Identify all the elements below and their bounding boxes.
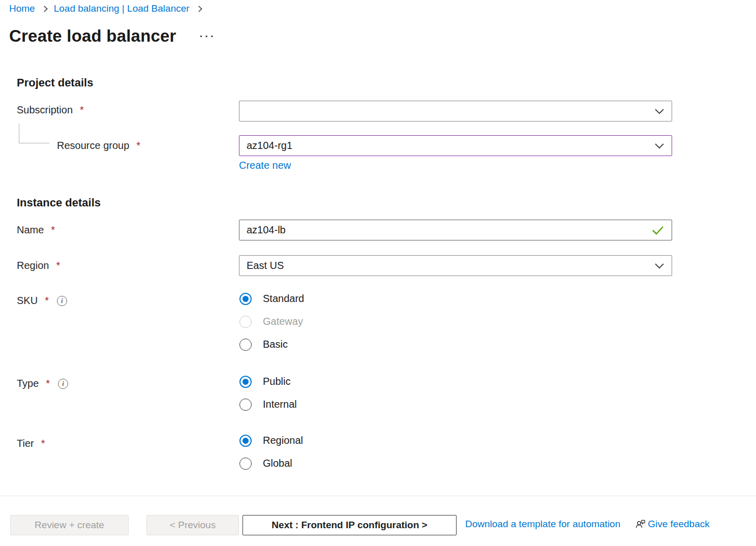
region-select[interactable]: East US bbox=[239, 255, 672, 276]
tier-radio-group: Regional Global bbox=[239, 429, 303, 475]
subscription-label: Subscription* bbox=[17, 104, 84, 116]
tier-radio-regional[interactable]: Regional bbox=[239, 429, 303, 452]
previous-button[interactable]: < Previous bbox=[146, 515, 239, 535]
give-feedback-icon bbox=[634, 518, 647, 530]
required-asterisk: * bbox=[45, 295, 49, 307]
tier-radio-global[interactable]: Global bbox=[239, 452, 303, 475]
radio-button-icon bbox=[239, 316, 252, 328]
required-asterisk: * bbox=[80, 104, 84, 116]
radio-label: Regional bbox=[263, 435, 303, 446]
type-radio-internal[interactable]: Internal bbox=[239, 393, 297, 416]
type-radio-public[interactable]: Public bbox=[239, 370, 297, 393]
radio-label: Global bbox=[263, 458, 292, 469]
radio-label: Gateway bbox=[263, 316, 303, 327]
radio-label: Public bbox=[263, 376, 290, 387]
subscription-resource-group-connector bbox=[19, 124, 49, 143]
chevron-right-icon bbox=[41, 6, 48, 12]
breadcrumb: Home Load balancing | Load Balancer bbox=[9, 3, 203, 14]
page-title: Create load balancer bbox=[9, 26, 176, 46]
sku-radio-standard[interactable]: Standard bbox=[239, 287, 304, 310]
radio-label: Basic bbox=[263, 339, 288, 350]
breadcrumb-load-balancing[interactable]: Load balancing | Load Balancer bbox=[54, 3, 190, 14]
resource-group-value: az104-rg1 bbox=[247, 140, 649, 151]
download-template-link[interactable]: Download a template for automation bbox=[465, 519, 620, 530]
chevron-right-icon bbox=[196, 6, 202, 12]
name-value: az104-lb bbox=[247, 224, 646, 236]
resource-group-select[interactable]: az104-rg1 bbox=[239, 135, 672, 156]
tier-label: Tier* bbox=[17, 438, 45, 449]
region-label: Region* bbox=[17, 260, 60, 271]
required-asterisk: * bbox=[51, 224, 55, 236]
valid-check-icon bbox=[651, 225, 664, 235]
resource-group-label: Resource group* bbox=[57, 140, 140, 151]
project-details-heading: Project details bbox=[17, 76, 93, 89]
required-asterisk: * bbox=[46, 378, 50, 389]
chevron-down-icon bbox=[654, 143, 664, 149]
footer-divider bbox=[0, 496, 756, 496]
required-asterisk: * bbox=[56, 260, 60, 271]
radio-label: Standard bbox=[263, 293, 304, 305]
give-feedback-link[interactable]: Give feedback bbox=[648, 519, 709, 530]
create-load-balancer-page: Home Load balancing | Load Balancer Crea… bbox=[0, 0, 756, 546]
radio-button-icon bbox=[239, 339, 252, 351]
more-options-icon[interactable]: ··· bbox=[199, 28, 217, 44]
radio-label: Internal bbox=[263, 399, 297, 410]
type-radio-group: Public Internal bbox=[239, 370, 297, 416]
radio-button-icon bbox=[239, 435, 252, 447]
type-label: Type* i bbox=[17, 378, 68, 389]
radio-button-icon bbox=[239, 376, 252, 388]
sku-radio-group: Standard Gateway Basic bbox=[239, 287, 304, 356]
radio-button-icon bbox=[239, 458, 252, 470]
review-create-button[interactable]: Review + create bbox=[10, 515, 129, 535]
chevron-down-icon bbox=[654, 263, 664, 269]
name-label: Name* bbox=[17, 224, 55, 236]
create-new-link[interactable]: Create new bbox=[239, 160, 291, 171]
sku-radio-basic[interactable]: Basic bbox=[239, 333, 304, 356]
subscription-select[interactable] bbox=[239, 101, 672, 122]
info-icon[interactable]: i bbox=[58, 379, 68, 389]
radio-button-icon bbox=[239, 293, 252, 305]
instance-details-heading: Instance details bbox=[17, 196, 101, 209]
region-value: East US bbox=[247, 260, 649, 271]
chevron-down-icon bbox=[654, 108, 664, 114]
sku-radio-gateway: Gateway bbox=[239, 310, 304, 333]
next-frontend-ip-button[interactable]: Next : Frontend IP configuration > bbox=[243, 515, 457, 535]
name-input[interactable]: az104-lb bbox=[239, 220, 672, 240]
info-icon[interactable]: i bbox=[57, 296, 67, 306]
breadcrumb-home[interactable]: Home bbox=[9, 3, 35, 14]
radio-button-icon bbox=[239, 399, 252, 411]
sku-label: SKU* i bbox=[17, 295, 67, 307]
required-asterisk: * bbox=[41, 438, 45, 449]
required-asterisk: * bbox=[136, 140, 140, 151]
